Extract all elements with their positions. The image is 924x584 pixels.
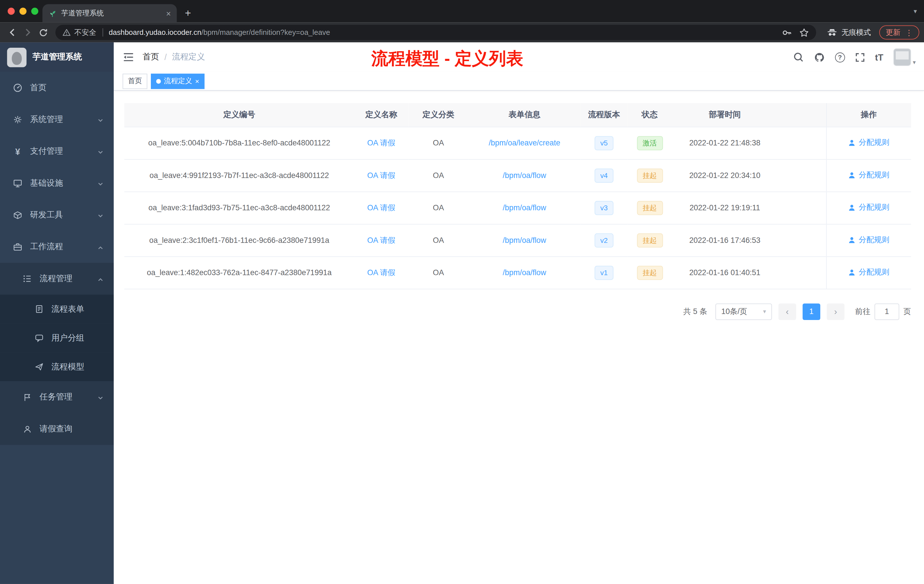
table-header-row: 定义编号 定义名称 定义分类 表单信息 流程版本 状态 部署时间 操作 xyxy=(124,103,911,127)
breadcrumb: 首页 / 流程定义 xyxy=(143,52,205,63)
cell-definition-id: oa_leave:1:482ec033-762a-11ec-8477-a2380… xyxy=(124,256,354,289)
cell-deploy-time: 2022-01-16 01:40:51 xyxy=(672,256,778,289)
header-deploy-time: 部署时间 xyxy=(672,103,778,127)
font-size-icon[interactable]: tT xyxy=(875,52,883,62)
sidebar-item-home[interactable]: 首页 xyxy=(0,72,114,104)
user-avatar[interactable]: ▾ xyxy=(893,48,916,66)
tag-label: 流程定义 xyxy=(164,76,192,86)
version-tag: v2 xyxy=(594,233,614,247)
url-text[interactable]: dashboard.yudao.iocoder.cn/bpm/manager/d… xyxy=(109,28,775,36)
assign-rule-link[interactable]: 分配规则 xyxy=(848,234,889,245)
tag-process-definition[interactable]: 流程定义 × xyxy=(151,73,205,89)
sidebar-item-label: 流程管理 xyxy=(40,274,73,284)
tab-favicon-icon xyxy=(48,9,56,17)
header-operations: 操作 xyxy=(826,103,911,127)
security-label[interactable]: 不安全 xyxy=(74,27,96,38)
reload-button[interactable] xyxy=(35,25,51,40)
definition-name-link[interactable]: OA 请假 xyxy=(367,268,395,277)
status-badge: 挂起 xyxy=(637,266,663,280)
form-link[interactable]: /bpm/oa/flow xyxy=(503,236,546,244)
person-icon xyxy=(848,139,856,147)
assign-rule-link[interactable]: 分配规则 xyxy=(848,170,889,181)
pagination-total: 共 5 条 xyxy=(683,306,707,317)
sidebar-item-label: 任务管理 xyxy=(40,392,73,403)
password-key-icon[interactable] xyxy=(782,27,792,38)
assign-rule-link[interactable]: 分配规则 xyxy=(848,137,889,148)
table-row: oa_leave:4:991f2193-7b7f-11ec-a3c8-acde4… xyxy=(124,159,911,191)
status-badge: 挂起 xyxy=(637,201,663,215)
cube-icon xyxy=(12,210,23,220)
assign-rule-link[interactable]: 分配规则 xyxy=(848,202,889,213)
window-minimize-button[interactable] xyxy=(20,8,26,15)
person-icon xyxy=(22,425,32,434)
prev-page-button[interactable]: ‹ xyxy=(779,303,796,320)
person-icon xyxy=(848,269,856,276)
bookmark-star-icon[interactable] xyxy=(799,27,809,38)
back-button[interactable] xyxy=(5,25,20,40)
new-tab-button[interactable]: + xyxy=(180,5,196,21)
next-page-button[interactable]: › xyxy=(827,303,845,320)
table-row: oa_leave:1:482ec033-762a-11ec-8477-a2380… xyxy=(124,256,911,289)
sidebar-item-workflow[interactable]: 工作流程 xyxy=(0,231,114,263)
incognito-badge[interactable]: 无痕模式 xyxy=(827,27,871,38)
sidebar-item-devtools[interactable]: 研发工具 xyxy=(0,199,114,231)
sidebar-item-task-management[interactable]: 任务管理 xyxy=(0,381,114,413)
header-process-version: 流程版本 xyxy=(581,103,628,127)
sidebar-item-system[interactable]: 系统管理 xyxy=(0,104,114,135)
sidebar-item-user-group[interactable]: 用户分组 xyxy=(0,323,114,352)
window-zoom-button[interactable] xyxy=(31,8,38,15)
cell-category: OA xyxy=(408,256,468,289)
github-icon[interactable] xyxy=(814,51,825,63)
sidebar-item-infrastructure[interactable]: 基础设施 xyxy=(0,167,114,199)
window-controls xyxy=(8,8,38,15)
tag-close-icon[interactable]: × xyxy=(195,78,199,84)
update-label: 更新 xyxy=(886,27,901,38)
definition-name-link[interactable]: OA 请假 xyxy=(367,171,395,180)
address-bar[interactable]: 不安全 dashboard.yudao.iocoder.cn/bpm/manag… xyxy=(55,25,816,40)
browser-tab[interactable]: 芋道管理系统 × xyxy=(43,4,177,22)
page-size-select[interactable]: 10条/页 ▾ xyxy=(715,303,772,320)
person-icon xyxy=(848,172,856,179)
tag-home[interactable]: 首页 xyxy=(122,73,147,89)
goto-page: 前往 页 xyxy=(855,303,911,320)
person-icon xyxy=(848,204,856,211)
form-link[interactable]: /bpm/oa/flow xyxy=(503,268,546,277)
definition-name-link[interactable]: OA 请假 xyxy=(367,138,395,147)
chevron-down-icon: ▾ xyxy=(913,59,916,66)
help-icon[interactable]: ? xyxy=(835,52,845,62)
incognito-label: 无痕模式 xyxy=(842,27,871,38)
definition-name-link[interactable]: OA 请假 xyxy=(367,236,395,244)
gear-icon xyxy=(12,115,23,124)
tab-search-chevron-icon[interactable]: ▾ xyxy=(914,8,917,15)
search-icon[interactable] xyxy=(793,52,804,63)
forward-button[interactable] xyxy=(20,25,35,40)
sidebar-item-process-model[interactable]: 流程模型 xyxy=(0,352,114,381)
browser-update-button[interactable]: 更新 ⋮ xyxy=(879,25,919,40)
sidebar-toggle-icon[interactable] xyxy=(122,51,134,63)
form-link[interactable]: /bpm/oa/flow xyxy=(503,203,546,212)
browser-menu-dots-icon[interactable]: ⋮ xyxy=(905,28,913,37)
browser-toolbar: 不安全 dashboard.yudao.iocoder.cn/bpm/manag… xyxy=(0,22,924,42)
form-link[interactable]: /bpm/oa/flow xyxy=(503,171,546,180)
active-dot-icon xyxy=(156,79,161,83)
sidebar-item-label: 系统管理 xyxy=(30,114,63,125)
sidebar-item-payment[interactable]: ¥ 支付管理 xyxy=(0,135,114,167)
header-spacer xyxy=(778,103,826,127)
tab-close-icon[interactable]: × xyxy=(166,9,171,17)
url-path: /bpm/manager/definition?key=oa_leave xyxy=(201,28,330,36)
sidebar-logo[interactable]: 芋道管理系统 xyxy=(0,43,114,72)
goto-page-input[interactable] xyxy=(874,303,899,320)
version-tag: v5 xyxy=(594,136,614,150)
page-button-1[interactable]: 1 xyxy=(803,303,820,320)
breadcrumb-home[interactable]: 首页 xyxy=(143,52,159,63)
fullscreen-icon[interactable] xyxy=(855,52,865,62)
assign-rule-link[interactable]: 分配规则 xyxy=(848,267,889,278)
monitor-icon xyxy=(12,178,23,188)
sidebar-item-process-form[interactable]: 流程表单 xyxy=(0,295,114,323)
window-close-button[interactable] xyxy=(8,8,15,15)
sidebar-item-process-management[interactable]: 流程管理 xyxy=(0,263,114,295)
sidebar-item-leave-query[interactable]: 请假查询 xyxy=(0,413,114,445)
form-link[interactable]: /bpm/oa/leave/create xyxy=(488,139,560,147)
paper-plane-icon xyxy=(34,362,44,371)
definition-name-link[interactable]: OA 请假 xyxy=(367,203,395,212)
